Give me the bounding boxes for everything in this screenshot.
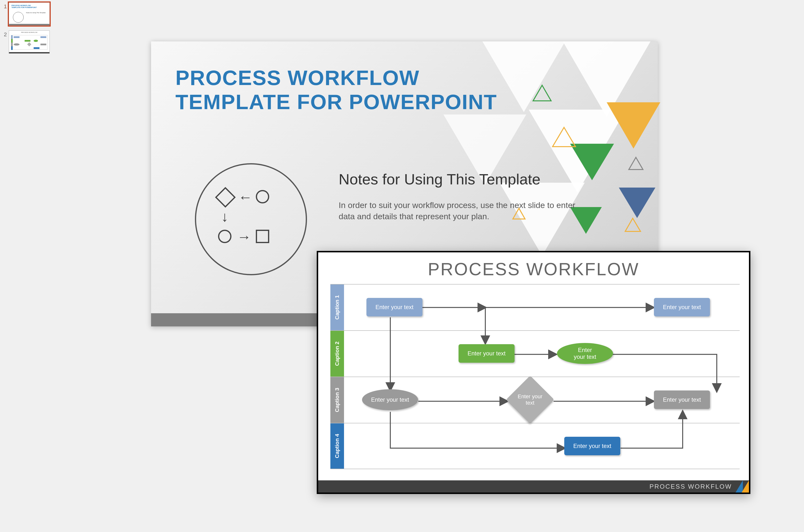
footer-accent-orange [742,480,749,493]
flowchart-icon-circle: ← ↓ → [195,163,307,275]
overlay-slide[interactable]: PROCESS WORKFLOW Caption 1 Caption 2 Cap… [317,251,750,494]
svg-marker-3 [625,218,640,231]
thumb1-title-l2: TEMPLATE FOR POWERPOINT [12,6,37,8]
triangle-outline-icon [550,126,577,149]
node-rect-2[interactable]: Enter your text [654,298,710,317]
svg-marker-0 [533,85,551,101]
node-rect-1[interactable]: Enter your text [367,298,423,317]
node-rect-5[interactable]: Enter your text [564,437,620,455]
triangle-outline-icon [628,156,644,171]
thumbnail-number-2: 2 [2,31,7,38]
circle-icon [256,190,269,203]
svg-marker-2 [629,157,643,170]
node-rect-4[interactable]: Enter your text [654,391,710,409]
slide-thumbnail-panel: 1 PROCESS WORKFLOW TEMPLATE FOR POWERPOI… [0,0,61,532]
thumb1-circle-icon [13,12,24,23]
thumbnail-slide-1[interactable]: PROCESS WORKFLOW TEMPLATE FOR POWERPOINT… [9,2,50,25]
lane-2: Caption 2 [330,330,740,377]
lane-4-label[interactable]: Caption 4 [330,423,344,469]
arrow-down-icon: ↓ [221,209,228,224]
slide-title[interactable]: PROCESS WORKFLOW TEMPLATE FOR POWERPOINT [175,66,497,114]
swimlane-area: Caption 1 Caption 2 Caption 3 Caption 4 [330,284,740,472]
overlay-footer-text: PROCESS WORKFLOW [650,483,732,490]
node-ellipse-1[interactable]: Enter your text [557,343,613,364]
diamond-icon [215,187,236,208]
circle-icon [218,230,231,243]
thumbnail-row-1: 1 PROCESS WORKFLOW TEMPLATE FOR POWERPOI… [2,2,59,25]
svg-marker-1 [553,127,576,147]
lane-1-label[interactable]: Caption 1 [330,285,344,330]
thumbnail-number-1: 1 [2,2,7,10]
thumb2-footer-bar [9,52,50,53]
slide-subtitle[interactable]: Notes for Using This Template [339,171,540,188]
overlay-footer: PROCESS WORKFLOW [318,480,749,493]
lane-4: Caption 4 [330,423,740,469]
arrow-right-icon: → [237,230,251,244]
square-icon [256,230,269,243]
triangle-outline-icon [531,83,553,103]
thumb1-title-l1: PROCESS WORKFLOW [12,5,31,6]
slide-title-line2: TEMPLATE FOR POWERPOINT [175,90,497,114]
node-ellipse-2[interactable]: Enter your text [362,389,418,410]
slide-body-text[interactable]: In order to suit your workflow process, … [339,200,587,222]
thumb1-subtitle: Notes for Using This Template [26,12,45,13]
lane-2-label[interactable]: Caption 2 [330,331,344,377]
thumbnail-slide-2[interactable]: PROCESS WORKFLOW [9,31,50,54]
lane-3-label[interactable]: Caption 3 [330,377,344,423]
triangle-outline-icon [624,217,642,233]
thumb2-title: PROCESS WORKFLOW [9,32,50,33]
thumbnail-row-2: 2 PROCESS WORKFLOW [2,31,59,54]
thumb2-swim-mini [11,35,48,50]
thumb1-footer-bar [9,24,50,25]
node-rect-3[interactable]: Enter your text [459,344,515,363]
arrow-left-icon: ← [238,190,253,204]
slide-title-line1: PROCESS WORKFLOW [175,66,419,89]
overlay-title[interactable]: PROCESS WORKFLOW [318,259,749,279]
